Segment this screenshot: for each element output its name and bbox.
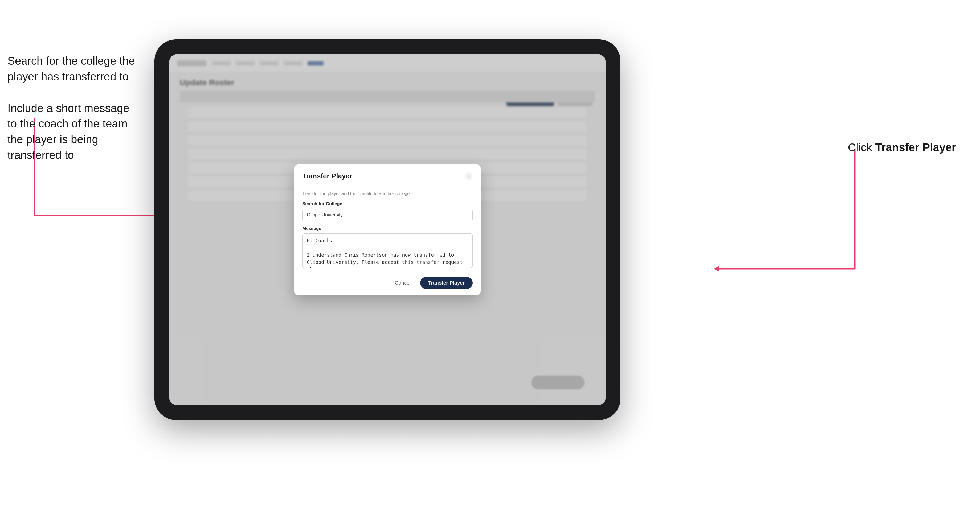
modal-body: Transfer the player and their profile to…	[294, 185, 481, 272]
transfer-player-button[interactable]: Transfer Player	[420, 277, 473, 289]
close-icon: ×	[467, 173, 471, 179]
annotation-left: Search for the college the player has tr…	[8, 53, 146, 163]
annotation-message-text: Include a short message to the coach of …	[8, 102, 129, 161]
annotation-right-bold: Transfer Player	[875, 141, 956, 154]
annotation-right: Click Transfer Player	[848, 141, 956, 154]
search-college-label: Search for College	[302, 201, 473, 206]
transfer-player-modal: Transfer Player × Transfer the player an…	[294, 165, 481, 295]
modal-header: Transfer Player ×	[294, 165, 481, 185]
annotation-right-prefix: Click	[848, 141, 875, 154]
message-textarea[interactable]: Hi Coach, I understand Chris Robertson h…	[302, 233, 473, 268]
modal-footer: Cancel Transfer Player	[294, 272, 481, 295]
cancel-button[interactable]: Cancel	[390, 277, 415, 289]
annotation-search-text: Search for the college the player has tr…	[8, 55, 135, 83]
message-label: Message	[302, 226, 473, 231]
modal-title: Transfer Player	[302, 172, 352, 180]
tablet-screen: Update Roster	[169, 54, 606, 405]
modal-description: Transfer the player and their profile to…	[302, 191, 473, 197]
modal-close-button[interactable]: ×	[465, 172, 473, 180]
svg-marker-5	[714, 266, 719, 271]
tablet-device: Update Roster	[154, 40, 620, 420]
modal-overlay: Transfer Player × Transfer the player an…	[169, 54, 606, 405]
search-college-input[interactable]	[302, 209, 473, 221]
